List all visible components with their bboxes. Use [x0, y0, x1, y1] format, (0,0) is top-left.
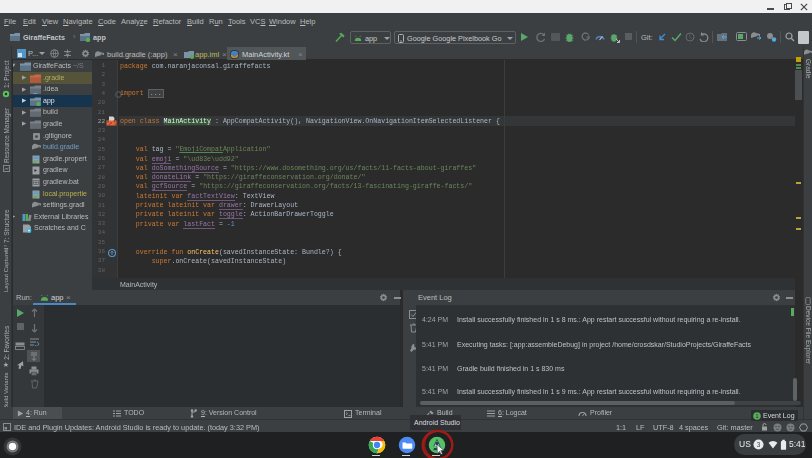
- svg-text:1: 1: [755, 413, 758, 419]
- svg-text:3: 3: [757, 441, 761, 448]
